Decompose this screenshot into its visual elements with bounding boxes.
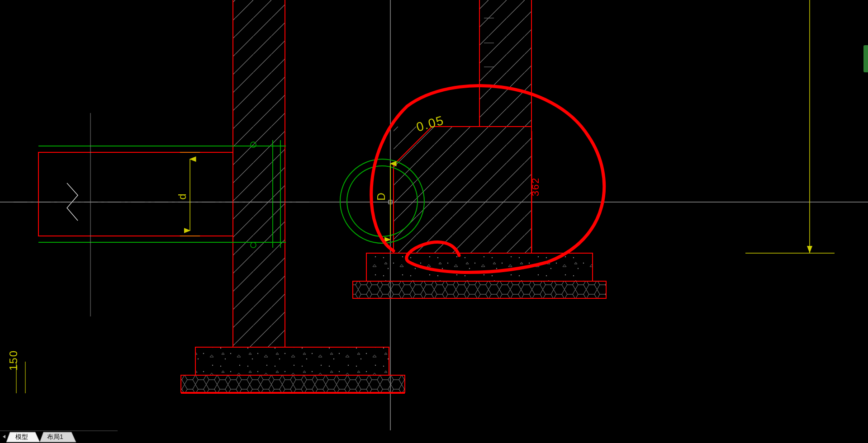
tab-model[interactable]: 模型 <box>15 433 28 441</box>
right-detail <box>340 0 606 298</box>
svg-rect-24 <box>479 0 531 127</box>
svg-rect-8 <box>38 152 233 236</box>
tab-layout1[interactable]: 布局1 <box>47 433 63 441</box>
cad-viewport[interactable]: 150 d D 0.05 362 <box>0 0 868 430</box>
svg-rect-30 <box>394 127 531 253</box>
left-detail <box>14 0 405 393</box>
right-section-line <box>745 0 835 253</box>
svg-rect-18 <box>195 347 389 375</box>
svg-rect-33 <box>353 281 606 298</box>
svg-rect-19 <box>181 375 405 392</box>
svg-rect-5 <box>233 0 285 347</box>
layout-tabs: 模型 布局1 <box>0 430 868 443</box>
dim-D: D <box>375 192 388 200</box>
dim-362: 362 <box>530 177 541 197</box>
dim-150: 150 <box>7 350 20 371</box>
side-panel-handle[interactable] <box>863 45 868 72</box>
dim-d: d <box>176 193 189 199</box>
cad-drawing-svg <box>0 0 868 430</box>
